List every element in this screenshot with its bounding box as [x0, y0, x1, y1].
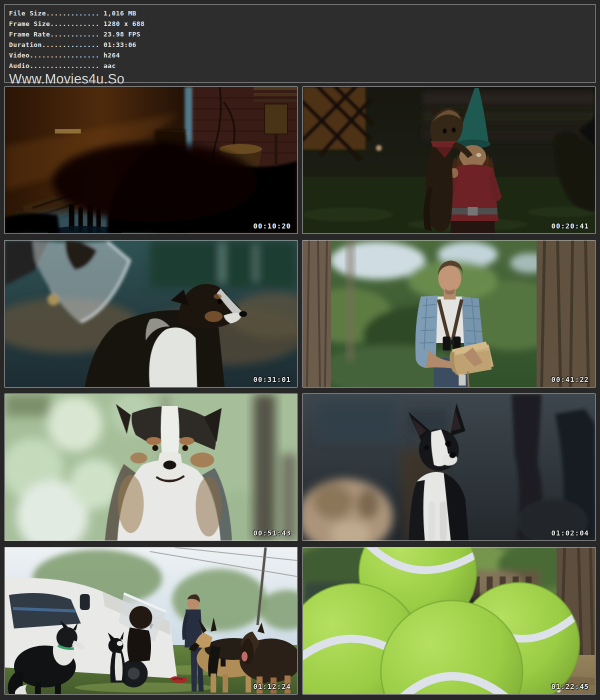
- timestamp-overlay: 01:22:45: [552, 682, 589, 690]
- media-info-value: 1280 x 688: [104, 20, 144, 28]
- scene-forest-man-illustration: [303, 240, 595, 387]
- media-info-value: h264: [104, 52, 120, 59]
- movie-screenshot-7: 14: [4, 547, 298, 694]
- scene-tennis-balls-illustration: [303, 548, 595, 694]
- movie-screenshot-4: 00:41:22: [302, 240, 596, 388]
- scene-night-alley-illustration: [5, 87, 297, 234]
- media-info-row: Video.................h264: [9, 50, 588, 60]
- scene-boston-terrier-illustration: [303, 394, 595, 540]
- media-info-value: aac: [104, 62, 116, 70]
- media-info-dots: .................: [30, 52, 100, 59]
- movie-screenshot-2: 00:20:41: [302, 86, 596, 234]
- media-info-row: Frame Size............1280 x 688: [9, 18, 588, 29]
- media-info-dots: ............: [50, 20, 100, 28]
- movie-screenshot-5: 00:51:43: [4, 394, 298, 541]
- media-info-dots: ............: [50, 30, 100, 38]
- media-info-label: Frame Rate: [9, 30, 50, 38]
- timestamp-overlay: 00:20:41: [552, 222, 589, 230]
- media-info-label: Audio: [9, 62, 30, 70]
- movie-screenshot-3: 00:31:01: [4, 240, 298, 388]
- media-info-dots: .................: [30, 62, 100, 70]
- media-info-row: File Size.............1,016 MB: [9, 8, 588, 18]
- site-watermark: Www.Movies4u.So: [9, 72, 588, 86]
- movie-screenshot-8: 01:22:45: [302, 547, 596, 694]
- scene-gnome-night-illustration: [303, 87, 595, 234]
- media-info-panel: File Size.............1,016 MB Frame Siz…: [4, 4, 596, 83]
- timestamp-overlay: 00:31:01: [254, 376, 291, 384]
- media-info-value: 01:33:06: [104, 41, 136, 48]
- timestamp-overlay: 01:12:24: [254, 682, 291, 690]
- media-info-dots: .............: [46, 10, 100, 17]
- movie-screenshot-6: 01:02:04: [302, 394, 596, 541]
- media-info-dots: ..............: [42, 41, 100, 48]
- media-info-label: Video: [9, 52, 30, 59]
- media-info-label: File Size: [9, 10, 46, 17]
- media-info-value: 23.98 FPS: [104, 30, 140, 38]
- media-info-row: Audio.................aac: [9, 60, 588, 71]
- timestamp-overlay: 00:41:22: [552, 376, 589, 384]
- media-info-row: Frame Rate............23.98 FPS: [9, 29, 588, 40]
- media-info-label: Duration: [9, 41, 42, 48]
- media-info-label: Frame Size: [9, 20, 50, 28]
- scene-k9-group-illustration: 14: [5, 548, 297, 694]
- media-info-row: Duration..............01:33:06: [9, 40, 588, 50]
- media-info-value: 1,016 MB: [104, 10, 136, 17]
- screenshot-grid: 00:10:20: [4, 86, 596, 694]
- timestamp-overlay: 00:51:43: [254, 529, 291, 537]
- movie-screenshot-1: 00:10:20: [4, 86, 298, 234]
- timestamp-overlay: 00:10:20: [254, 222, 291, 230]
- timestamp-overlay: 01:02:04: [552, 529, 589, 537]
- scene-dog-closeup-illustration: [5, 394, 297, 540]
- scene-barn-dog-illustration: [5, 240, 297, 387]
